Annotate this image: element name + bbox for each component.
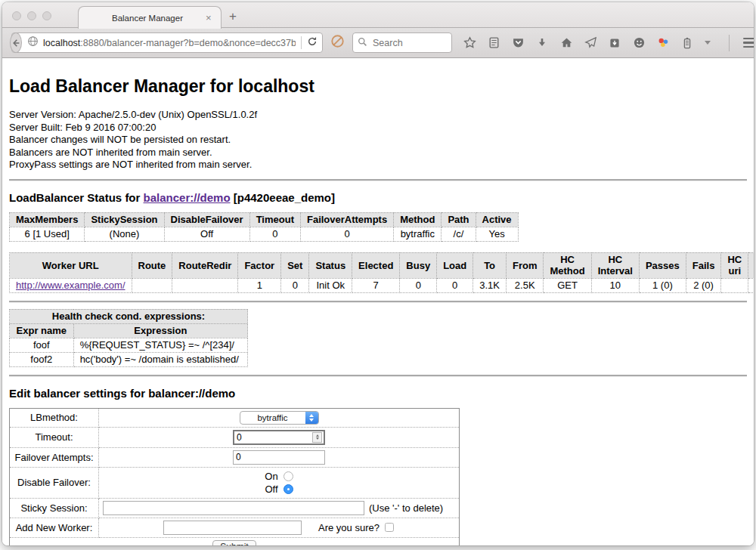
cell-hc-uri [721,278,748,292]
divider [9,179,747,181]
sticky-session-label: Sticky Session: [10,498,99,518]
col-busy: Busy [400,252,437,278]
radio-on-label: On [265,470,277,483]
cell-expression: hc('body') =~ /domain is established/ [73,352,247,366]
browser-window: Balancer Manager × + localhost:8880/bala… [2,2,754,545]
cell-status: Init Ok [309,278,352,292]
select-stepper-icon [305,412,318,424]
failover-attempts-input[interactable] [233,450,325,465]
feedback-smiley-icon[interactable] [632,36,646,50]
col-route: Route [132,252,172,278]
inherit-note: Balancers are NOT inherited from main se… [9,147,747,159]
balancer-summary-table: MaxMembers StickySession DisableFailover… [9,212,519,242]
worker-url-link[interactable]: http://www.example.com/ [16,280,125,291]
window-minimize-button[interactable] [27,11,36,20]
cell-passes: 1 (0) [639,278,686,292]
bookmark-star-icon[interactable] [463,36,476,50]
submit-button[interactable]: Submit [212,540,256,545]
lbmethod-label: LBmethod: [10,408,99,427]
col-stickysession: StickySession [85,212,164,227]
cell-set: 0 [281,278,309,292]
col-path: Path [442,212,476,227]
status-heading-prefix: LoadBalancer Status for [9,191,144,204]
tab-balancer-manager[interactable]: Balancer Manager × [78,6,222,29]
worker-table: Worker URL Route RouteRedir Factor Set S… [9,252,754,293]
url-divider [301,36,302,49]
save-page-icon[interactable] [608,36,621,50]
site-identity-globe-icon[interactable] [27,36,39,50]
toolbar-separator [729,35,730,51]
timeout-input-wrap [233,430,325,445]
downloads-icon[interactable] [535,36,549,50]
cell-fails: 2 (0) [686,278,721,292]
balancer-link[interactable]: balancer://demo [144,191,231,204]
col-method: Method [394,212,442,227]
col-from: From [506,252,544,278]
cell-hc-expr: foof2 [748,278,754,292]
submit-row: Submit [10,537,460,545]
are-you-sure-checkbox[interactable] [385,523,394,532]
home-icon[interactable] [559,36,573,50]
are-you-sure-label: Are you sure? [318,522,380,533]
col-failoverattempts: FailoverAttempts [300,212,393,227]
lbmethod-selected-value: bytraffic [240,412,305,424]
reload-icon[interactable] [307,36,318,50]
col-to: To [473,252,507,278]
cell-load: 0 [437,278,473,292]
table-row: 6 [1 Used] (None) Off 0 0 bytraffic /c/ … [10,227,519,241]
cell-from: 2.5K [506,278,544,292]
failover-attempts-label: Failover Attempts: [10,447,99,467]
back-button[interactable] [10,32,22,53]
cell-routeredir [172,278,238,292]
widget-caret-icon[interactable] [705,41,711,45]
health-row: foof2 hc('body') =~ /domain is establish… [10,352,248,366]
server-built: Server Built: Feb 9 2016 07:00:20 [9,122,747,134]
number-stepper-icon[interactable] [312,432,322,443]
status-heading-suffix: [p4420eeae_demo] [231,191,335,204]
sticky-session-input[interactable] [103,501,364,515]
col-passes: Passes [639,252,686,278]
health-row: foof %{REQUEST_STATUS} =~ /^[234]/ [10,338,248,352]
status-heading: LoadBalancer Status for balancer://demo … [9,191,747,204]
col-expression: Expression [73,323,247,338]
col-elected: Elected [352,252,400,278]
divider [9,301,747,302]
hello-colored-dots-icon[interactable] [656,36,670,50]
send-tab-icon[interactable] [584,36,597,50]
cell-elected: 7 [352,278,400,292]
cell-hc-method: GET [544,278,591,292]
disable-failover-on-radio[interactable] [284,471,293,481]
disable-failover-off-radio[interactable] [284,484,293,494]
cell-expr-name: foof2 [10,352,74,366]
window-zoom-button[interactable] [42,11,51,20]
col-hc-interval: HC Interval [591,252,639,278]
table-header-row: Worker URL Route RouteRedir Factor Set S… [10,252,754,278]
search-input[interactable] [371,37,447,49]
reading-list-icon[interactable] [487,36,500,50]
tab-title: Balancer Manager [79,14,206,23]
content-blocked-icon[interactable] [330,34,345,51]
disable-failover-row: Disable Failover: On Off [10,467,460,498]
health-table-title: Health check cond. expressions: [10,309,248,323]
new-tab-button[interactable]: + [229,9,237,24]
window-close-button[interactable] [12,11,21,20]
lbmethod-select[interactable]: bytraffic [240,411,319,425]
timeout-row: Timeout: [10,427,460,447]
add-worker-input[interactable] [163,521,302,535]
toolbar-icons [463,35,754,51]
col-set: Set [281,252,309,278]
page-content: Load Balancer Manager for localhost Serv… [2,58,754,545]
url-bar[interactable]: localhost:8880/balancer-manager?b=demo&n… [11,32,323,53]
battery-widget-icon[interactable] [680,36,694,50]
col-timeout: Timeout [249,212,300,227]
col-routeredir: RouteRedir [172,252,238,278]
pocket-icon[interactable] [511,36,525,50]
search-icon [358,36,367,50]
search-box[interactable] [352,32,452,53]
timeout-input[interactable] [234,432,312,443]
health-check-table: Health check cond. expressions: Expr nam… [9,309,248,367]
table-header-row: Expr name Expression [10,323,248,338]
url-text[interactable]: localhost:8880/balancer-manager?b=demo&n… [43,38,296,48]
menu-icon[interactable] [743,38,754,48]
tab-close-icon[interactable]: × [206,12,221,23]
